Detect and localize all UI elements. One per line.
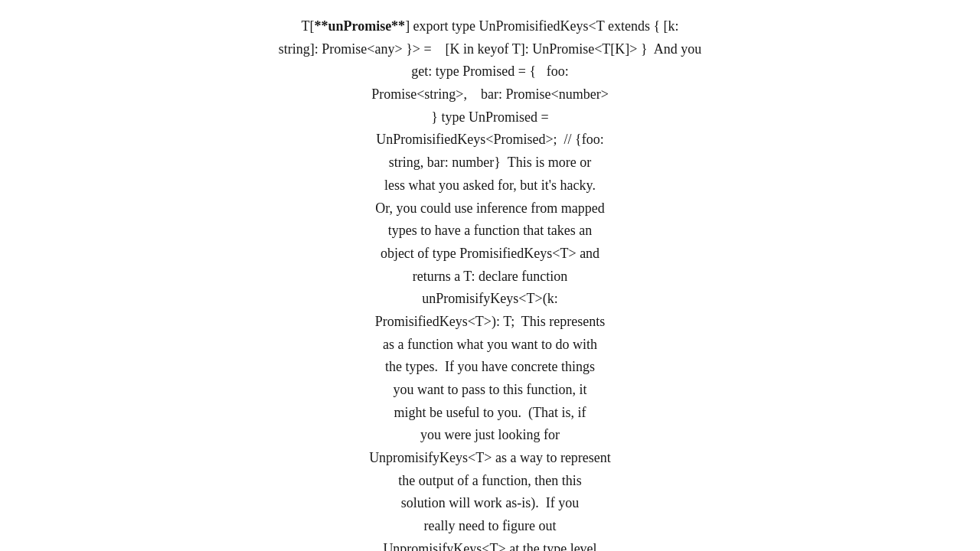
main-content: T[**unPromise**] export type UnPromisifi… <box>191 0 789 551</box>
paragraph-1: T[**unPromise**] export type UnPromisifi… <box>222 15 758 551</box>
text-block: T[**unPromise**] export type UnPromisifi… <box>222 15 758 551</box>
